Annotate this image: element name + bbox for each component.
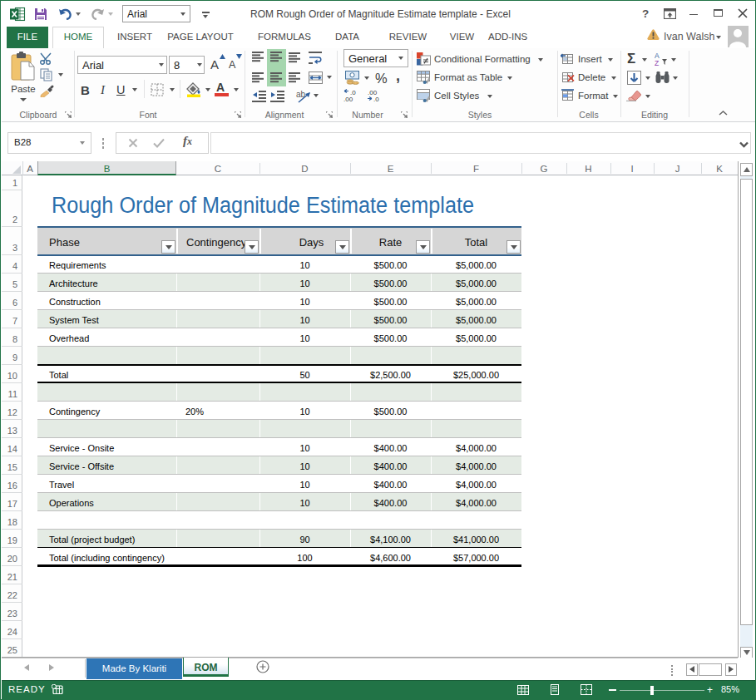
svg-text:.0: .0 xyxy=(373,96,379,102)
svg-text:.00: .00 xyxy=(343,96,353,102)
svg-text:Z: Z xyxy=(655,59,659,67)
